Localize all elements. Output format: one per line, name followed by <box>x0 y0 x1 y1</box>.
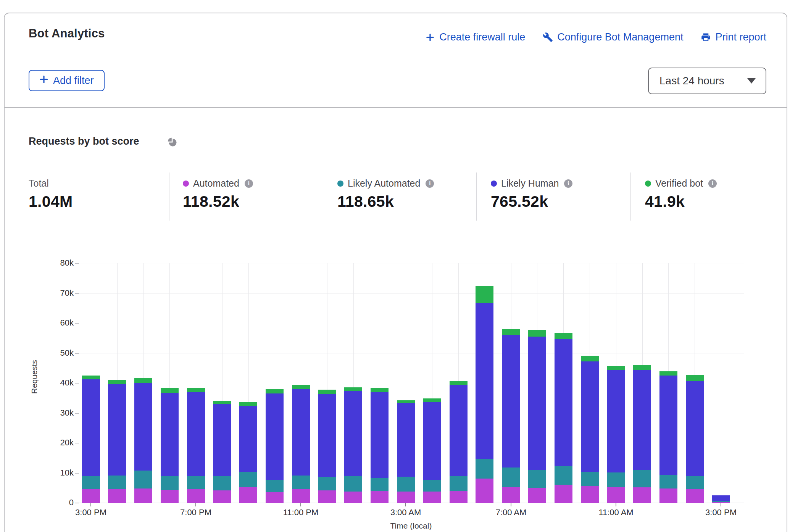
bar-segment-automated[interactable] <box>292 489 310 503</box>
bar-segment-likely-human[interactable] <box>318 394 336 477</box>
bar-segment-verified-bot[interactable] <box>371 388 389 392</box>
bar-segment-verified-bot[interactable] <box>686 375 704 381</box>
bar-segment-automated[interactable] <box>423 492 441 503</box>
bar-segment-likely-human[interactable] <box>82 379 100 476</box>
info-icon[interactable]: i <box>708 179 717 188</box>
bar-segment-automated[interactable] <box>134 488 152 503</box>
bar-segment-verified-bot[interactable] <box>134 378 152 383</box>
bar-segment-verified-bot[interactable] <box>555 333 572 339</box>
bar-segment-automated[interactable] <box>213 490 231 503</box>
bar-segment-likely-automated[interactable] <box>659 475 677 488</box>
configure-bot-management-link[interactable]: Configure Bot Management <box>543 31 683 43</box>
bar-segment-likely-automated[interactable] <box>187 476 205 489</box>
bar-segment-likely-automated[interactable] <box>161 476 179 490</box>
bar-segment-likely-automated[interactable] <box>581 472 599 486</box>
bar-segment-likely-human[interactable] <box>187 392 205 476</box>
bar-segment-verified-bot[interactable] <box>213 401 231 404</box>
bar-segment-automated[interactable] <box>397 492 415 503</box>
bar-segment-likely-human[interactable] <box>450 385 468 476</box>
bar-segment-likely-automated[interactable] <box>423 480 441 492</box>
bar-segment-likely-human[interactable] <box>397 403 415 477</box>
bar-segment-verified-bot[interactable] <box>450 381 468 385</box>
bar-segment-likely-automated[interactable] <box>239 472 257 487</box>
bar-segment-likely-human[interactable] <box>476 303 493 459</box>
bar-segment-likely-automated[interactable] <box>318 477 336 490</box>
bar-segment-automated[interactable] <box>371 491 389 503</box>
bar-segment-verified-bot[interactable] <box>82 376 100 379</box>
bar-segment-likely-automated[interactable] <box>266 480 284 492</box>
bar-segment-likely-human[interactable] <box>423 402 441 480</box>
bar-segment-likely-automated[interactable] <box>134 471 152 488</box>
bar-segment-automated[interactable] <box>187 489 205 503</box>
bar-segment-verified-bot[interactable] <box>318 390 336 394</box>
info-icon[interactable]: i <box>426 179 434 188</box>
bar-segment-likely-automated[interactable] <box>450 476 468 491</box>
bar-segment-likely-automated[interactable] <box>397 477 415 492</box>
bar-segment-likely-human[interactable] <box>371 392 389 478</box>
bar-segment-likely-human[interactable] <box>161 393 179 476</box>
bar-segment-verified-bot[interactable] <box>633 365 651 370</box>
bar-segment-likely-human[interactable] <box>712 495 730 501</box>
bar-segment-verified-bot[interactable] <box>292 385 310 389</box>
bar-segment-likely-human[interactable] <box>581 361 599 472</box>
bar-segment-likely-automated[interactable] <box>213 476 231 490</box>
bar-segment-likely-automated[interactable] <box>344 476 362 492</box>
bar-segment-automated[interactable] <box>476 479 493 503</box>
bar-segment-likely-automated[interactable] <box>108 476 126 489</box>
bar-segment-likely-human[interactable] <box>528 337 546 470</box>
bar-segment-likely-human[interactable] <box>686 381 704 476</box>
bar-segment-likely-automated[interactable] <box>371 478 389 491</box>
bar-segment-automated[interactable] <box>82 489 100 503</box>
bar-segment-automated[interactable] <box>108 489 126 503</box>
bar-segment-likely-human[interactable] <box>502 335 520 468</box>
bar-segment-automated[interactable] <box>555 485 572 503</box>
bar-segment-verified-bot[interactable] <box>607 366 625 370</box>
bar-segment-verified-bot[interactable] <box>239 402 257 406</box>
bar-segment-verified-bot[interactable] <box>581 356 599 361</box>
bar-segment-verified-bot[interactable] <box>187 388 205 392</box>
bar-segment-automated[interactable] <box>528 488 546 503</box>
bar-segment-verified-bot[interactable] <box>344 387 362 391</box>
time-range-select[interactable]: Last 24 hours <box>648 68 766 94</box>
bar-segment-automated[interactable] <box>502 487 520 503</box>
bar-segment-automated[interactable] <box>239 487 257 503</box>
bar-segment-likely-automated[interactable] <box>712 501 730 502</box>
bar-segment-verified-bot[interactable] <box>108 380 126 384</box>
bar-segment-likely-automated[interactable] <box>528 470 546 488</box>
add-filter-button[interactable]: Add filter <box>29 70 105 91</box>
bar-segment-likely-human[interactable] <box>108 384 126 476</box>
bar-segment-automated[interactable] <box>318 490 336 503</box>
bar-segment-automated[interactable] <box>659 488 677 503</box>
print-report-link[interactable]: Print report <box>701 31 766 43</box>
bar-segment-automated[interactable] <box>344 492 362 503</box>
bar-segment-likely-automated[interactable] <box>502 468 520 487</box>
bar-segment-automated[interactable] <box>686 489 704 503</box>
bar-segment-verified-bot[interactable] <box>423 398 441 402</box>
bar-segment-likely-human[interactable] <box>555 339 572 466</box>
bar-segment-automated[interactable] <box>450 491 468 503</box>
bar-segment-likely-automated[interactable] <box>82 476 100 489</box>
bar-segment-verified-bot[interactable] <box>266 389 284 393</box>
bar-segment-automated[interactable] <box>266 492 284 503</box>
bar-segment-likely-automated[interactable] <box>555 466 572 485</box>
bar-segment-verified-bot[interactable] <box>161 388 179 393</box>
bar-segment-likely-automated[interactable] <box>633 470 651 487</box>
bar-segment-verified-bot[interactable] <box>528 330 546 337</box>
bar-segment-automated[interactable] <box>633 487 651 503</box>
bar-segment-automated[interactable] <box>581 486 599 503</box>
bar-segment-verified-bot[interactable] <box>476 286 493 303</box>
bar-segment-likely-human[interactable] <box>213 404 231 476</box>
bar-segment-likely-automated[interactable] <box>476 459 493 479</box>
bar-segment-likely-human[interactable] <box>134 383 152 471</box>
bar-segment-verified-bot[interactable] <box>659 371 677 376</box>
bar-segment-verified-bot[interactable] <box>397 400 415 403</box>
bar-segment-verified-bot[interactable] <box>502 329 520 335</box>
bar-segment-likely-human[interactable] <box>292 389 310 476</box>
bar-segment-likely-automated[interactable] <box>607 472 625 487</box>
bar-segment-likely-human[interactable] <box>239 406 257 472</box>
bar-segment-likely-human[interactable] <box>607 370 625 472</box>
bar-segment-likely-human[interactable] <box>633 370 651 470</box>
bar-segment-likely-human[interactable] <box>344 391 362 476</box>
bar-segment-likely-human[interactable] <box>266 393 284 480</box>
info-icon[interactable]: i <box>564 179 572 188</box>
